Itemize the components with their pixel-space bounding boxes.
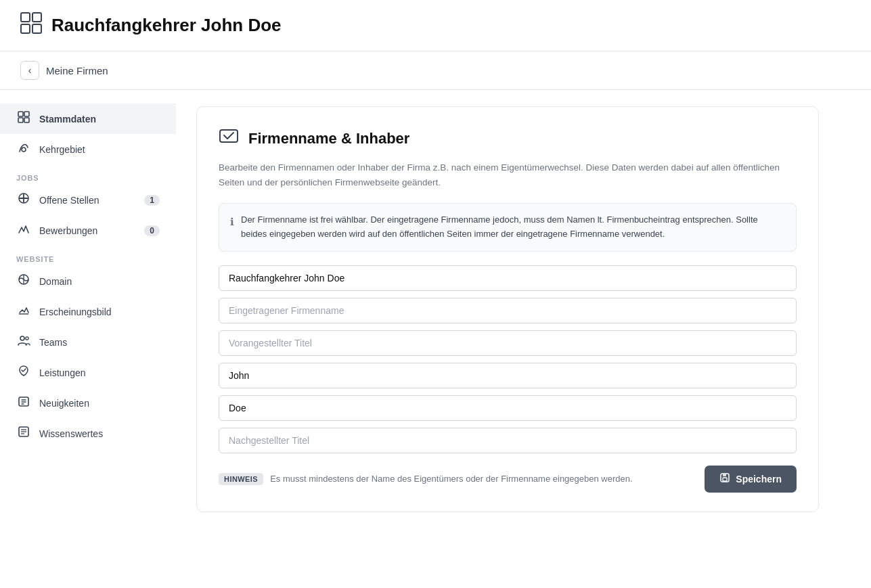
sidebar-label-erscheinungsbild: Erscheinungsbild	[39, 307, 112, 317]
sidebar-label-wissenswertes: Wissenswertes	[39, 428, 103, 439]
svg-rect-7	[24, 118, 29, 122]
firmenname-input[interactable]	[219, 265, 797, 291]
svg-point-14	[26, 337, 28, 340]
sidebar-item-neuigkeiten[interactable]: Neuigkeiten	[0, 388, 176, 418]
svg-point-13	[20, 336, 24, 340]
sidebar-item-erscheinungsbild[interactable]: Erscheinungsbild	[0, 296, 176, 327]
eingetragener-firmenname-input[interactable]	[219, 298, 797, 323]
stammdaten-icon	[16, 110, 31, 127]
domain-icon	[16, 273, 31, 290]
neuigkeiten-icon	[16, 394, 31, 411]
info-box: ℹ Der Firmenname ist frei wählbar. Der e…	[219, 203, 797, 252]
kehrgebiet-icon	[16, 141, 31, 158]
leistungen-icon	[16, 364, 31, 381]
field-firmenname	[219, 265, 797, 291]
svg-rect-5	[24, 112, 29, 116]
section-jobs: JOBS	[0, 164, 176, 185]
main-layout: Stammdaten Kehrgebiet JOBS Offene Stelle…	[0, 90, 871, 588]
save-label: Speichern	[736, 474, 782, 484]
sidebar-label-domain: Domain	[39, 276, 72, 287]
app-title: Rauchfangkehrer John Doe	[51, 15, 282, 36]
sidebar: Stammdaten Kehrgebiet JOBS Offene Stelle…	[0, 90, 176, 588]
sidebar-item-kehrgebiet[interactable]: Kehrgebiet	[0, 134, 176, 164]
wissenswertes-icon	[16, 425, 31, 442]
content-area: Firmenname & Inhaber Bearbeite den Firme…	[176, 90, 871, 588]
form-footer: HINWEIS Es musst mindestens der Name des…	[219, 466, 797, 493]
erscheinungsbild-icon	[16, 303, 31, 320]
card-header-icon	[219, 126, 239, 151]
nachgestellter-titel-input[interactable]	[219, 428, 797, 453]
back-button[interactable]: ‹	[20, 61, 39, 80]
field-nachgestellter-titel	[219, 428, 797, 453]
field-nachname	[219, 395, 797, 421]
info-icon: ℹ	[230, 214, 234, 230]
card-header: Firmenname & Inhaber	[219, 126, 797, 151]
card-description: Bearbeite den Firmennamen oder Inhaber d…	[219, 160, 797, 189]
form-card: Firmenname & Inhaber Bearbeite den Firme…	[196, 106, 819, 512]
sidebar-item-domain[interactable]: Domain	[0, 266, 176, 296]
svg-rect-4	[18, 112, 23, 116]
svg-rect-0	[21, 13, 30, 22]
sidebar-item-offene-stellen[interactable]: Offene Stellen 1	[0, 185, 176, 215]
sidebar-label-neuigkeiten: Neuigkeiten	[39, 398, 89, 409]
vorname-input[interactable]	[219, 363, 797, 388]
card-title: Firmenname & Inhaber	[248, 130, 409, 148]
svg-point-8	[22, 148, 26, 152]
sidebar-label-kehrgebiet: Kehrgebiet	[39, 144, 85, 155]
info-text: Der Firmenname ist frei wählbar. Der ein…	[241, 213, 785, 242]
sidebar-label-offene-stellen: Offene Stellen	[39, 195, 99, 206]
sub-header: ‹ Meine Firmen	[0, 51, 871, 90]
sidebar-item-leistungen[interactable]: Leistungen	[0, 357, 176, 388]
app-logo-icon	[20, 12, 42, 39]
svg-rect-3	[32, 24, 41, 33]
sidebar-item-stammdaten[interactable]: Stammdaten	[0, 104, 176, 134]
hint-area: HINWEIS Es musst mindestens der Name des…	[219, 473, 694, 485]
teams-icon	[16, 334, 31, 350]
svg-rect-1	[32, 13, 41, 22]
sidebar-item-bewerbungen[interactable]: Bewerbungen 0	[0, 215, 176, 246]
hint-badge: HINWEIS	[219, 473, 263, 485]
save-button[interactable]: Speichern	[705, 466, 797, 493]
svg-rect-26	[723, 474, 726, 476]
sidebar-label-stammdaten: Stammdaten	[39, 114, 96, 125]
svg-rect-2	[21, 24, 30, 33]
sidebar-label-bewerbungen: Bewerbungen	[39, 225, 97, 236]
bewerbungen-icon	[16, 222, 31, 239]
breadcrumb: Meine Firmen	[46, 65, 108, 76]
save-icon	[719, 472, 730, 486]
app-header: Rauchfangkehrer John Doe	[0, 0, 871, 51]
field-vorname	[219, 363, 797, 388]
section-website: WEBSITE	[0, 246, 176, 266]
bewerbungen-badge: 0	[144, 225, 160, 236]
sidebar-label-leistungen: Leistungen	[39, 367, 86, 378]
sidebar-item-teams[interactable]: Teams	[0, 327, 176, 357]
vorangestellter-titel-input[interactable]	[219, 330, 797, 356]
nachname-input[interactable]	[219, 395, 797, 421]
offene-stellen-badge: 1	[144, 195, 160, 206]
hint-text: Es musst mindestens der Name des Eigentü…	[270, 474, 632, 484]
svg-rect-25	[723, 478, 727, 481]
svg-rect-23	[220, 130, 238, 142]
svg-rect-6	[18, 118, 23, 122]
sidebar-label-teams: Teams	[39, 337, 67, 348]
sidebar-item-wissenswertes[interactable]: Wissenswertes	[0, 418, 176, 449]
offene-stellen-icon	[16, 191, 31, 208]
field-vorangestellter-titel	[219, 330, 797, 356]
field-eingetragener-firmenname	[219, 298, 797, 323]
